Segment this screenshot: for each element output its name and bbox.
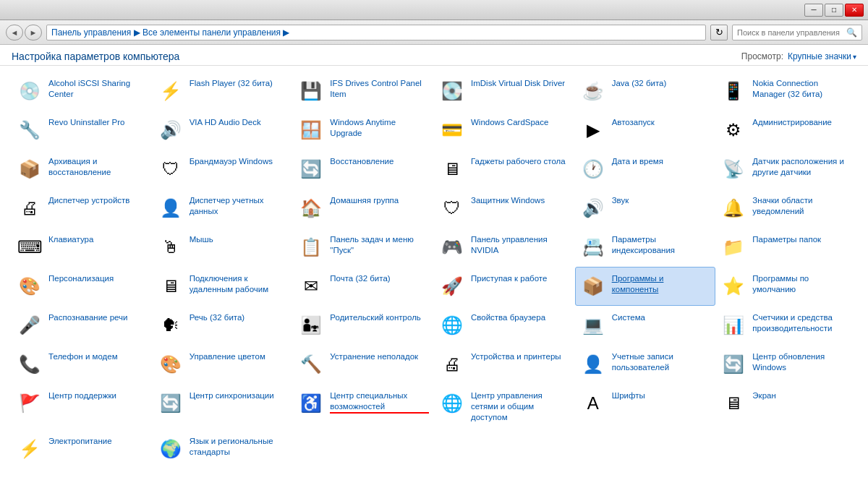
view-label: Просмотр:	[741, 51, 783, 61]
list-item[interactable]: 📞Телефон и модем	[12, 345, 153, 384]
item-icon: 🖱	[158, 234, 184, 260]
item-label: Защитник Windows	[471, 195, 570, 206]
window-controls: ─ □ ✕	[804, 4, 864, 17]
list-item[interactable]: ☕Java (32 бита)	[575, 72, 716, 111]
list-item[interactable]: ⚙Администрирование	[715, 111, 856, 150]
search-input[interactable]	[737, 28, 843, 37]
item-icon: A	[580, 390, 606, 416]
list-item[interactable]: 🔨Устранение неполадок	[293, 345, 434, 384]
item-icon: 📇	[580, 234, 606, 260]
list-item[interactable]: 📊Счетчики и средства производительности	[715, 306, 856, 345]
view-dropdown[interactable]: Крупные значки ▾	[788, 51, 856, 61]
item-label: Датчик расположения и другие датчики	[752, 156, 851, 178]
item-label: Центр управления сетями и общим доступом	[471, 390, 570, 423]
list-item[interactable]: 📦Архивация и восстановление	[12, 150, 153, 189]
list-item[interactable]: 🎤Распознавание речи	[12, 306, 153, 345]
item-label: Revo Uninstaller Pro	[48, 117, 148, 128]
item-label: Администрирование	[752, 117, 851, 128]
item-label: Параметры индексирования	[612, 234, 711, 256]
list-item[interactable]: 🏠Домашняя группа	[293, 189, 434, 228]
list-item[interactable]: ⚡Электропитание	[12, 429, 153, 468]
item-icon: 🔧	[17, 117, 43, 143]
list-item[interactable]: 🎨Управление цветом	[153, 345, 294, 384]
list-item[interactable]: 🎮Панель управления NVIDIA	[434, 228, 575, 267]
chevron-down-icon: ▾	[853, 53, 856, 61]
item-label: Устройства и принтеры	[471, 351, 570, 362]
list-item[interactable]: 🚩Центр поддержки	[12, 384, 153, 429]
item-icon: 🛡	[158, 156, 184, 182]
list-item[interactable]: ⭐Программы по умолчанию	[715, 267, 856, 306]
item-icon: 🎨	[17, 273, 43, 299]
list-item[interactable]: 🔔Значки области уведомлений	[715, 189, 856, 228]
list-item[interactable]: 📡Датчик расположения и другие датчики	[715, 150, 856, 189]
item-label: Система	[612, 312, 711, 323]
list-item[interactable]: 🚀Приступая к работе	[434, 267, 575, 306]
list-item[interactable]: 📇Параметры индексирования	[575, 228, 716, 267]
list-item[interactable]: 🔊Звук	[575, 189, 716, 228]
list-item[interactable]: 🖨Диспетчер устройств	[12, 189, 153, 228]
list-item[interactable]: 🌐Центр управления сетями и общим доступо…	[434, 384, 575, 429]
breadcrumb[interactable]: Панель управления ▶ Все элементы панели …	[46, 25, 706, 40]
list-item[interactable]: 📋Панель задач и меню "Пуск"	[293, 228, 434, 267]
list-item[interactable]: 🔊VIA HD Audio Deck	[153, 111, 294, 150]
item-icon: 📁	[720, 234, 746, 260]
nav-buttons: ◄ ►	[6, 25, 42, 40]
list-item[interactable]: ⌨Клавиатура	[12, 228, 153, 267]
maximize-button[interactable]: □	[825, 4, 843, 17]
item-icon: 🔄	[720, 351, 746, 377]
list-item[interactable]: 🖨Устройства и принтеры	[434, 345, 575, 384]
item-label: Экран	[752, 390, 851, 401]
list-item[interactable]: 🗣Речь (32 бита)	[153, 306, 294, 345]
item-icon: 🔄	[298, 156, 324, 182]
list-item[interactable]: 💽ImDisk Virtual Disk Driver	[434, 72, 575, 111]
list-item[interactable]: 🔄Восстановление	[293, 150, 434, 189]
list-item[interactable]: 👨‍👧Родительский контроль	[293, 306, 434, 345]
item-label: Программы и компоненты	[612, 273, 711, 295]
main-header: Настройка параметров компьютера Просмотр…	[0, 45, 868, 66]
list-item[interactable]: 👤Диспетчер учетных данных	[153, 189, 294, 228]
item-label: Приступая к работе	[471, 273, 570, 284]
list-item[interactable]: 🪟Windows Anytime Upgrade	[293, 111, 434, 150]
item-icon: ⚡	[17, 436, 43, 462]
item-label: Программы по умолчанию	[752, 273, 851, 295]
list-item[interactable]: 🛡Защитник Windows	[434, 189, 575, 228]
back-button[interactable]: ◄	[6, 25, 23, 40]
list-item[interactable]: ♿Центр специальных возможностей	[293, 384, 434, 429]
list-item[interactable]: 📱Nokia Connection Manager (32 бита)	[715, 72, 856, 111]
list-item[interactable]: 🎨Персонализация	[12, 267, 153, 306]
item-label: Язык и региональные стандарты	[190, 436, 289, 458]
list-item[interactable]: 💾IFS Drives Control Panel Item	[293, 72, 434, 111]
list-item[interactable]: 🔧Revo Uninstaller Pro	[12, 111, 153, 150]
list-item[interactable]: 📦Программы и компоненты	[575, 267, 716, 306]
list-item[interactable]: 💳Windows CardSpace	[434, 111, 575, 150]
forward-button[interactable]: ►	[25, 25, 42, 40]
list-item[interactable]: 👤Учетные записи пользователей	[575, 345, 716, 384]
list-item[interactable]: 📁Параметры папок	[715, 228, 856, 267]
list-item[interactable]: ✉Почта (32 бита)	[293, 267, 434, 306]
minimize-button[interactable]: ─	[804, 4, 823, 17]
list-item[interactable]: 💿Alcohol iSCSI Sharing Center	[12, 72, 153, 111]
list-item[interactable]: 🛡Брандмауэр Windows	[153, 150, 294, 189]
item-label: Родительский контроль	[330, 312, 429, 323]
list-item[interactable]: AШрифты	[575, 384, 716, 429]
item-icon: 🔊	[158, 117, 184, 143]
list-item[interactable]: ⚡Flash Player (32 бита)	[153, 72, 294, 111]
list-item[interactable]: 🖱Мышь	[153, 228, 294, 267]
search-icon: 🔍	[846, 27, 857, 38]
list-item[interactable]: 🌍Язык и региональные стандарты	[153, 429, 294, 468]
list-item[interactable]: 🔄Центр обновления Windows	[715, 345, 856, 384]
search-box[interactable]: 🔍	[732, 25, 862, 40]
list-item[interactable]: 🔄Центр синхронизации	[153, 384, 294, 429]
list-item[interactable]: 🖥Гаджеты рабочего стола	[434, 150, 575, 189]
close-button[interactable]: ✕	[845, 4, 864, 17]
list-item[interactable]: 🌐Свойства браузера	[434, 306, 575, 345]
refresh-button[interactable]: ↻	[710, 25, 728, 40]
list-item[interactable]: 💻Система	[575, 306, 716, 345]
item-icon: 🔔	[720, 195, 746, 221]
item-label: Электропитание	[48, 436, 148, 447]
list-item[interactable]: ▶Автозапуск	[575, 111, 716, 150]
list-item[interactable]: 🖥Подключения к удаленным рабочим	[153, 267, 294, 306]
list-item[interactable]: 🕐Дата и время	[575, 150, 716, 189]
list-item[interactable]: 🖥Экран	[715, 384, 856, 429]
view-mode-link[interactable]: Крупные значки	[788, 51, 851, 61]
